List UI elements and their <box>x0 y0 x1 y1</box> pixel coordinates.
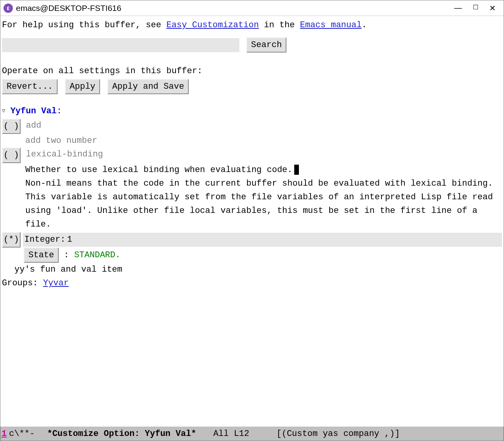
search-row: Search <box>2 37 502 53</box>
emacs-icon: ε <box>4 4 13 13</box>
lexical-desc-line2: Non-nil means that the code in the curre… <box>25 177 502 190</box>
window-controls: — ☐ ✕ <box>454 4 500 13</box>
integer-label: Integer: <box>23 233 67 246</box>
choice-add-label: add <box>26 119 42 132</box>
collapse-triangle-icon[interactable]: ▽ <box>2 108 5 114</box>
emacs-manual-link[interactable]: Emacs manual <box>300 20 362 30</box>
operate-buttons: Revert... Apply Apply and Save <box>2 79 502 94</box>
buffer-content: For help using this buffer, see Easy Cus… <box>0 16 504 427</box>
groups-link[interactable]: Yyvar <box>43 278 69 288</box>
emacs-icon-glyph: ε <box>7 5 10 12</box>
modeline-position: All L12 <box>213 429 249 439</box>
revert-button[interactable]: Revert... <box>2 79 58 94</box>
lexical-desc-line3: This variable is automatically set from … <box>25 190 502 232</box>
help-suffix: . <box>362 20 367 30</box>
option-name[interactable]: Yyfun Val <box>11 106 57 116</box>
titlebar: ε emacs@DESKTOP-FSTI616 — ☐ ✕ <box>0 0 504 16</box>
choice-integer-row: (*) Integer: 1 <box>2 232 502 247</box>
apply-save-button[interactable]: Apply and Save <box>107 79 189 94</box>
groups-label: Groups: <box>2 278 43 288</box>
modeline-indicator: 1 <box>2 429 7 439</box>
lexical-desc-block: Whether to use lexical binding when eval… <box>2 163 502 232</box>
choice-lexical-row: ( ) lexical-binding <box>2 148 502 163</box>
modeline-modes: [(Custom yas company ,)] <box>277 429 400 439</box>
window-title: emacs@DESKTOP-FSTI616 <box>16 4 454 13</box>
operate-text: Operate on all settings in this buffer: <box>2 64 502 78</box>
state-sep: : <box>59 250 74 260</box>
radio-add[interactable]: ( ) <box>2 119 21 134</box>
close-icon[interactable]: ✕ <box>489 4 496 13</box>
search-button[interactable]: Search <box>246 37 286 53</box>
groups-row: Groups: Yyvar <box>2 276 502 290</box>
search-input[interactable] <box>2 38 239 52</box>
choice-add-row: ( ) add <box>2 119 502 134</box>
radio-lexical[interactable]: ( ) <box>2 148 21 163</box>
radio-integer[interactable]: (*) <box>2 232 21 247</box>
state-value: STANDARD. <box>74 250 121 260</box>
modeline-modified: c\**- <box>9 429 35 439</box>
integer-field-wrap: Integer: 1 <box>23 233 502 246</box>
integer-value[interactable]: 1 <box>67 233 72 246</box>
choice-lexical-label: lexical-binding <box>26 148 103 161</box>
modeline-buffer-name: *Customize Option: Yyfun Val* <box>47 429 196 439</box>
maximize-icon[interactable]: ☐ <box>473 4 478 13</box>
option-header: ▽ Yyfun Val: <box>2 104 502 118</box>
choice-add-desc: add two number <box>2 134 502 148</box>
state-button[interactable]: State <box>24 248 59 263</box>
easy-customization-link[interactable]: Easy Customization <box>166 20 259 30</box>
help-prefix: For help using this buffer, see <box>2 20 166 30</box>
option-doc: yy's fun and val item <box>2 263 502 276</box>
minimize-icon[interactable]: — <box>454 4 462 13</box>
apply-button[interactable]: Apply <box>65 79 100 94</box>
text-cursor <box>294 165 299 175</box>
lexical-desc-line1: Whether to use lexical binding when eval… <box>25 163 502 177</box>
help-line: For help using this buffer, see Easy Cus… <box>2 18 502 32</box>
option-colon: : <box>56 106 61 116</box>
lexical-desc-1-text: Whether to use lexical binding when eval… <box>25 165 293 175</box>
state-row: State : STANDARD. <box>2 248 502 263</box>
modeline: 1 c\**- *Customize Option: Yyfun Val* Al… <box>0 427 504 441</box>
help-mid: in the <box>259 20 300 30</box>
